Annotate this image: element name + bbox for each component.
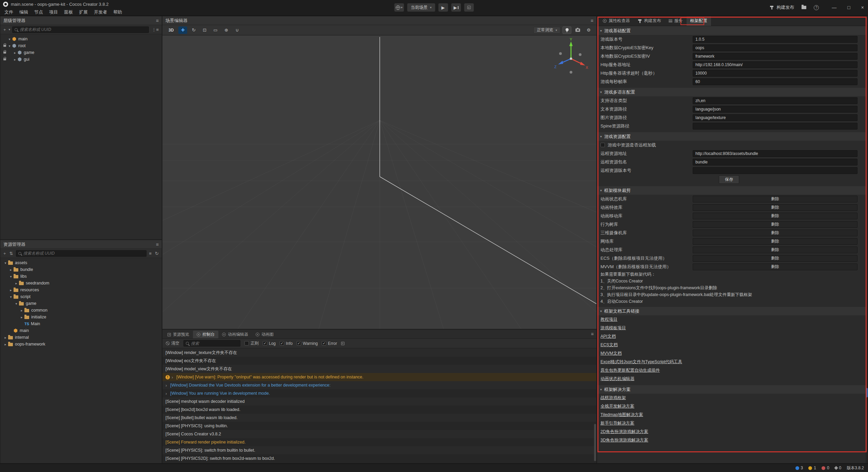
error-counter[interactable]: 0 <box>822 466 829 470</box>
log-detail-icon[interactable] <box>341 342 344 345</box>
doc-link[interactable]: API文档 <box>600 334 616 339</box>
field-input-language-3[interactable] <box>693 123 857 130</box>
tab-animation-editor[interactable]: 动画编辑器 <box>218 331 252 338</box>
menu-developer[interactable]: 开发者 <box>91 8 110 16</box>
open-project-folder-icon[interactable] <box>802 6 806 9</box>
inspector-scrollbar[interactable] <box>866 26 868 463</box>
delete-button[interactable]: 删除 <box>693 238 857 245</box>
chevron-down-icon[interactable]: ▾ <box>7 44 12 48</box>
field-input-basic-3[interactable] <box>693 61 857 68</box>
node-counter[interactable]: 0 <box>835 466 842 470</box>
chevron-right-icon[interactable]: ▸ <box>3 336 8 339</box>
section-header-modules[interactable]: ▾框架模块裁剪 <box>597 186 866 195</box>
rotate-tool-button[interactable]: ↻ <box>189 26 198 34</box>
hierarchy-node-gui[interactable]: ▸gui <box>0 56 162 63</box>
delete-button[interactable]: 删除 <box>693 255 857 262</box>
console-search-input[interactable] <box>191 341 238 346</box>
asset-node-script[interactable]: ▾script <box>0 293 162 300</box>
preview-target-button[interactable]: ▾ <box>394 3 404 12</box>
asset-node-assets[interactable]: ▾assets <box>0 259 162 266</box>
view-mode-select[interactable]: 正常浏览 ▾ <box>533 27 560 34</box>
warning-counter[interactable]: 1 <box>808 466 816 470</box>
tab-console[interactable]: 控制台 <box>193 331 218 338</box>
pivot-tool-button[interactable]: ∪ <box>233 26 241 34</box>
filter-info[interactable]: ✓Info <box>280 341 293 346</box>
delete-button[interactable]: 删除 <box>693 230 857 236</box>
anchor-tool-button[interactable]: ⊕ <box>222 26 231 34</box>
field-input-basic-2[interactable] <box>693 53 857 60</box>
chevron-right-icon[interactable]: › <box>165 391 169 396</box>
play-button[interactable]: ▶ <box>438 3 448 12</box>
build-publish-button[interactable]: 构建发布 <box>769 4 794 11</box>
checkbox-icon[interactable]: ✓ <box>322 341 326 346</box>
chevron-right-icon[interactable]: ▸ <box>8 268 13 272</box>
asset-node-oops-framework[interactable]: ▸oops-framework <box>0 341 162 348</box>
assets-search-input[interactable] <box>23 251 144 256</box>
assets-sort-icon[interactable]: ⇅ <box>9 251 14 256</box>
section-header-resources[interactable]: ▾游戏资源配置 <box>597 132 866 141</box>
doc-link[interactable]: 原生包热更新配置自动生成插件 <box>600 368 660 373</box>
asset-node-initialize[interactable]: ▸initialize <box>0 314 162 320</box>
asset-node-bundle[interactable]: ▸bundle <box>0 266 162 273</box>
minimize-button[interactable]: — <box>832 5 836 10</box>
hierarchy-node-main[interactable]: ▾main <box>0 36 162 42</box>
menu-project[interactable]: 项目 <box>46 8 61 16</box>
chevron-right-icon[interactable]: ▸ <box>3 342 8 346</box>
scene-settings-button[interactable]: ⚙ <box>584 26 593 34</box>
help-icon[interactable]: ? <box>814 5 819 10</box>
asset-node-resources[interactable]: ▸resources <box>0 287 162 293</box>
menu-edit[interactable]: 编辑 <box>16 8 31 16</box>
doc-link[interactable]: Tiledmap地图解决方案 <box>600 412 643 418</box>
lighting-toggle-button[interactable] <box>563 26 571 34</box>
field-input-basic-1[interactable] <box>693 44 857 51</box>
field-input-basic-5[interactable] <box>693 78 857 85</box>
scene-menu-icon[interactable]: ≡ <box>591 18 593 23</box>
maximize-button[interactable]: □ <box>847 5 850 10</box>
field-input-basic-4[interactable] <box>693 70 857 77</box>
create-asset-button[interactable]: + <box>3 251 7 256</box>
hierarchy-search-input[interactable] <box>20 27 146 32</box>
section-header-basic[interactable]: ▾游戏基础配置 <box>597 26 866 35</box>
filter-warning[interactable]: ✓Warning <box>297 341 318 346</box>
doc-link[interactable]: Excel格式转Json文件与TypeScript代码工具 <box>600 359 682 365</box>
orientation-gizmo[interactable]: Y X Z <box>552 38 590 75</box>
asset-node-internal[interactable]: ▸internal <box>0 334 162 341</box>
doc-link[interactable]: 游戏模板项目 <box>600 325 626 331</box>
chevron-right-icon[interactable]: ▸ <box>8 288 13 292</box>
chevron-right-icon[interactable]: ▸ <box>13 58 17 61</box>
checkbox-icon[interactable]: ✓ <box>297 341 301 346</box>
field-input-language-2[interactable] <box>693 114 857 121</box>
menu-panel[interactable]: 面板 <box>61 8 76 16</box>
chevron-right-icon[interactable]: › <box>172 375 175 380</box>
doc-link[interactable]: 教程项目 <box>600 317 617 322</box>
step-button[interactable]: ▶ <box>451 3 461 12</box>
close-button[interactable]: × <box>861 5 864 10</box>
tab-service[interactable]: 服务 <box>665 16 687 26</box>
field-input-language-1[interactable] <box>693 106 857 113</box>
asset-node-common[interactable]: ▸common <box>0 307 162 314</box>
delete-button[interactable]: 删除 <box>693 213 857 219</box>
delete-button[interactable]: 删除 <box>693 196 857 202</box>
checkbox-icon[interactable]: ✓ <box>263 341 267 346</box>
checkbox-icon[interactable] <box>244 341 249 346</box>
menu-file[interactable]: 文件 <box>1 8 16 16</box>
create-node-button[interactable]: + <box>3 27 7 32</box>
doc-link[interactable]: 全栈开发解决方案 <box>600 404 634 409</box>
chevron-right-icon[interactable]: ▸ <box>14 281 19 285</box>
tab-animation-graph[interactable]: 动画图 <box>252 331 277 338</box>
scale-tool-button[interactable]: ⊡ <box>200 26 209 34</box>
section-header-solutions[interactable]: ▾框架解决方案 <box>597 385 866 394</box>
chevron-down-icon[interactable]: ▾ <box>14 302 19 306</box>
filter-log[interactable]: ✓Log <box>263 341 276 346</box>
chevron-right-icon[interactable]: ▸ <box>19 315 24 319</box>
delete-button[interactable]: 删除 <box>693 263 857 270</box>
menu-node[interactable]: 节点 <box>31 8 46 16</box>
doc-link[interactable]: 动画状态机编辑器 <box>600 376 634 382</box>
field-input-basic-0[interactable] <box>693 36 857 43</box>
doc-link[interactable]: MVVM文档 <box>600 351 622 356</box>
remote-load-checkbox[interactable] <box>600 143 605 147</box>
chevron-down-icon[interactable]: ▾ <box>8 295 13 299</box>
assets-refresh-icon[interactable]: ↻ <box>154 251 159 256</box>
chevron-right-icon[interactable]: › <box>165 383 169 388</box>
checkbox-icon[interactable]: ✓ <box>280 341 284 346</box>
